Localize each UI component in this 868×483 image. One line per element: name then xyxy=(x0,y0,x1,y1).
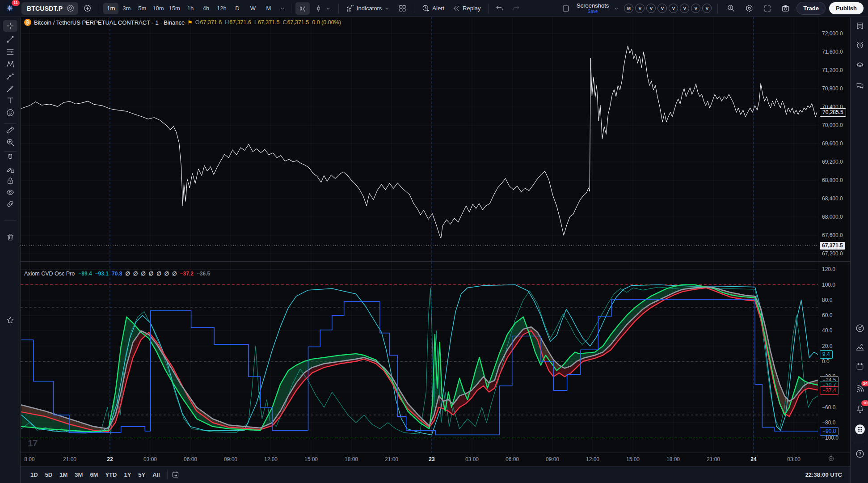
range-all[interactable]: All xyxy=(149,470,164,480)
indicators-button[interactable]: Indicators xyxy=(343,2,393,15)
publish-button[interactable]: Publish xyxy=(829,2,864,14)
tool-xabcd-pattern[interactable] xyxy=(3,59,17,70)
undo-button[interactable] xyxy=(493,2,507,15)
tool-trend-line[interactable] xyxy=(3,34,17,45)
symbol-search-button[interactable]: BTCUSDT.P xyxy=(21,2,78,15)
avatar-4[interactable]: V xyxy=(669,4,678,13)
avatar-3[interactable]: V xyxy=(657,4,667,13)
interval-3m[interactable]: 3m xyxy=(119,3,134,14)
pane-divider[interactable] xyxy=(21,261,850,262)
sidebar-ideas-button[interactable] xyxy=(854,342,866,353)
avatar-7[interactable]: V xyxy=(702,4,712,13)
select-layout-checkbox[interactable] xyxy=(559,2,573,15)
tool-zoom-in[interactable] xyxy=(3,136,17,148)
range-1m[interactable]: 1M xyxy=(56,470,71,480)
sidebar-alarm-button[interactable] xyxy=(854,39,866,51)
time-tick: 03:00 xyxy=(140,456,160,462)
go-to-date-icon[interactable] xyxy=(171,470,180,479)
tool-link[interactable] xyxy=(3,198,17,210)
app-logo[interactable]: 11 xyxy=(4,2,17,15)
trade-button[interactable]: Trade xyxy=(796,2,826,15)
range-ytd[interactable]: YTD xyxy=(101,470,120,480)
settings-button[interactable] xyxy=(742,2,757,15)
tool-ruler[interactable] xyxy=(3,124,17,136)
sidebar-layers-button[interactable] xyxy=(854,59,866,71)
time-tick: 06:00 xyxy=(181,456,200,462)
range-5d[interactable]: 5D xyxy=(42,470,56,480)
scale-settings-gear-icon[interactable] xyxy=(828,455,834,462)
sidebar-bell-button[interactable]: 10 xyxy=(854,403,866,415)
price-axis[interactable]: 72,000.071,600.071,200.070,800.070,400.0… xyxy=(818,17,851,453)
avatar-0[interactable]: M xyxy=(624,4,633,13)
tool-eye-hide[interactable] xyxy=(3,186,17,198)
ohlc-item: L67,371.5 xyxy=(254,19,280,25)
range-6m[interactable]: 6M xyxy=(86,470,101,480)
avatar-5[interactable]: V xyxy=(680,4,689,13)
oscillator-tick: 80.0 xyxy=(822,297,832,303)
sidebar-broadcast-button[interactable]: 24 xyxy=(854,383,866,395)
indicator-value: ∅ xyxy=(156,271,161,277)
interval-1m[interactable]: 1m xyxy=(103,3,118,14)
sidebar-calendar-button[interactable] xyxy=(854,360,866,372)
indicator-value: −37.2 xyxy=(180,271,194,277)
quick-search-button[interactable] xyxy=(724,2,738,15)
tool-magnet[interactable] xyxy=(3,152,17,163)
replay-button[interactable]: Replay xyxy=(449,2,484,15)
avatar-6[interactable]: V xyxy=(691,4,700,13)
range-1d[interactable]: 1D xyxy=(27,470,42,480)
date-range-row: 1D5D1M3M6MYTD1Y5YAll xyxy=(27,470,164,480)
indicator-axis-label: −37.4 xyxy=(820,386,839,395)
range-5y[interactable]: 5Y xyxy=(135,470,149,480)
tool-text-tool[interactable] xyxy=(3,95,17,106)
sidebar-watchlist-button[interactable] xyxy=(854,20,866,32)
compare-add-button[interactable] xyxy=(80,2,95,15)
trend-line-icon xyxy=(6,35,15,44)
time-axis[interactable]: 8:0021:002203:0006:0009:0012:0015:0018:0… xyxy=(21,453,850,466)
symbol-name: BTCUSDT.P xyxy=(27,5,63,12)
sidebar-chat-button[interactable] xyxy=(854,80,866,92)
tool-fib-retracement[interactable] xyxy=(3,46,17,58)
zoom-in-icon xyxy=(6,138,15,147)
avatar-1[interactable]: V xyxy=(635,4,645,13)
interval-M[interactable]: M xyxy=(261,3,276,14)
tool-lock[interactable] xyxy=(3,175,17,186)
range-3m[interactable]: 3M xyxy=(71,470,86,480)
interval-5m[interactable]: 5m xyxy=(135,3,150,14)
chart-style-button[interactable] xyxy=(295,2,310,15)
snapshot-button[interactable] xyxy=(778,2,793,15)
tool-draw-lock[interactable] xyxy=(3,163,17,175)
interval-10m[interactable]: 10m xyxy=(150,3,166,14)
alert-button[interactable]: Alert xyxy=(418,2,447,15)
sidebar-apps-button[interactable] xyxy=(854,424,866,435)
tool-trash[interactable] xyxy=(3,231,17,243)
calendar-icon xyxy=(855,362,864,371)
interval-expand-button[interactable] xyxy=(278,2,287,15)
tool-forecast[interactable] xyxy=(3,71,17,82)
price-chart-pane[interactable] xyxy=(21,17,818,262)
sidebar-radar-button[interactable] xyxy=(854,322,866,334)
layout-menu-button[interactable] xyxy=(612,2,620,15)
range-1y[interactable]: 1Y xyxy=(120,470,135,480)
interval-D[interactable]: D xyxy=(230,3,245,14)
symbol-title[interactable]: Bitcoin / TetherUS PERPETUAL CONTRACT · … xyxy=(34,19,185,26)
interval-W[interactable]: W xyxy=(245,3,261,14)
indicator-title[interactable]: Axiom CVD Osc Pro xyxy=(24,271,75,277)
tool-crosshair[interactable] xyxy=(3,20,17,32)
tool-emoji[interactable] xyxy=(3,107,17,119)
interval-1h[interactable]: 1h xyxy=(183,3,198,14)
oscillator-pane[interactable] xyxy=(21,262,818,453)
chart-style-alt-button[interactable] xyxy=(312,2,334,15)
magnet-icon xyxy=(6,153,15,162)
interval-12h[interactable]: 12h xyxy=(214,3,229,14)
interval-4h[interactable]: 4h xyxy=(198,3,214,14)
tool-star[interactable] xyxy=(3,314,17,326)
fullscreen-button[interactable] xyxy=(760,2,775,15)
redo-button[interactable] xyxy=(509,2,523,15)
tool-brush[interactable] xyxy=(3,83,17,94)
sidebar-help-button[interactable] xyxy=(854,448,866,460)
layout-name-menu[interactable]: Screenshots Save xyxy=(577,3,609,14)
avatar-2[interactable]: V xyxy=(646,4,656,13)
utc-clock[interactable]: 22:38:00 UTC xyxy=(805,471,842,478)
indicator-templates-button[interactable] xyxy=(395,2,410,15)
interval-15m[interactable]: 15m xyxy=(167,3,182,14)
